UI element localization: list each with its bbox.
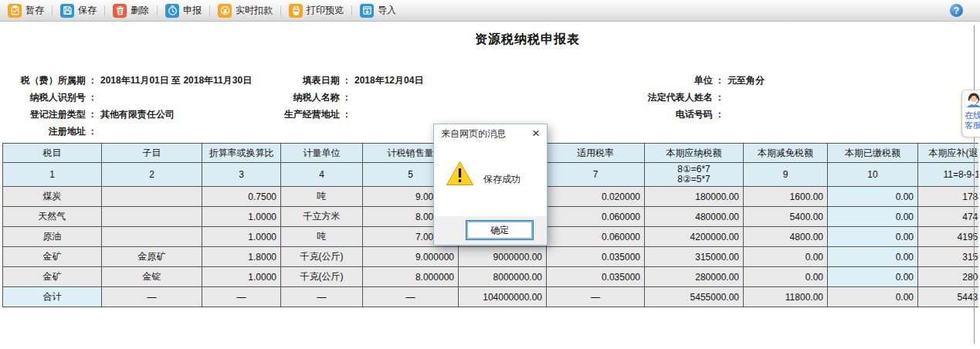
column-code: 1 [3,163,102,187]
temp-save-button[interactable]: 暂存 [6,4,46,18]
cell[interactable]: 0.00 [828,207,918,227]
cell: 315000.00 [918,247,979,267]
field-value: 元至角分 [727,74,765,87]
header-field-row: 纳税人识别号 ：纳税人名称 ：法定代表人姓名 ： [0,91,978,105]
toolbar-separator [104,5,105,16]
column-code: 8①=6*7 8②=5*7 [645,163,744,187]
column-header: 本期应补(退)税额 [918,144,979,163]
cell[interactable]: 0.00 [828,267,918,287]
cell: 0.020000 [547,187,645,207]
service-label-line1: 在线 [965,110,980,120]
cell: 9.000000 [363,247,459,267]
cell [102,227,202,247]
field-value: 其他有限责任公司 [100,108,175,121]
cell[interactable]: 0.00 [828,247,918,267]
cell: 178400.00 [918,187,979,207]
import-button[interactable]: 导入 [358,4,398,18]
cell: 280000.00 [645,267,744,287]
table-row: 金矿金锭1.0000千克(公斤)8.0000008000000.000.0350… [3,267,979,287]
declare-button[interactable]: 申报 [164,4,203,18]
field-label: 纳税人名称 ： [255,91,351,104]
column-code: 4 [281,163,363,187]
field-label: 税（费）所属期 ： [6,74,97,87]
cell: — [281,287,363,307]
toolbar-separator [280,5,281,16]
cell: 5443200.00 [918,287,979,307]
toolbar-button-label: 申报 [183,4,202,17]
cell: — [202,287,281,307]
print-button[interactable]: 打印预览 [287,4,345,18]
toolbar-buttons: 暂存保存删除申报实时扣款打印预览导入 [6,4,398,18]
column-header: 适用税率 [547,144,645,163]
cell: — [547,287,645,307]
cell: 4200000.00 [645,227,744,247]
cell: 千克(公斤) [281,247,363,267]
help-icon[interactable]: ? [950,4,963,17]
header-field-row: 税（费）所属期 ：2018年11月01日 至 2018年11月30日填表日期 ：… [0,74,978,88]
column-code: 2 [102,163,202,187]
cell: 5400.00 [744,207,828,227]
payment-button[interactable]: 实时扣款 [216,4,274,18]
cell[interactable]: 0.00 [828,187,918,207]
toolbar-button-label: 导入 [378,4,396,17]
toolbar-button-label: 删除 [131,4,149,17]
toolbar-separator [157,5,158,16]
close-icon[interactable]: × [532,124,540,144]
cell: 0.00 [828,287,918,307]
frame-border [974,25,975,344]
cell: 4800.00 [744,227,828,247]
column-header: 本期应纳税额 [645,144,744,163]
field-label: 填表日期 ： [255,74,351,87]
toolbar-separator [209,5,210,16]
temp-save-icon [8,4,22,18]
cell: 0.00 [744,267,828,287]
ok-button[interactable]: 确定 [466,220,534,240]
cell: 吨 [281,187,363,207]
cell: 千立方米 [281,207,363,227]
toolbar: 暂存保存删除申报实时扣款打印预览导入 [0,0,980,22]
field-label: 登记注册类型 ： [6,108,97,121]
cell: 0.00 [744,247,828,267]
field-value: 2018年11月01日 至 2018年11月30日 [100,74,252,87]
dialog-title: 来自网页的消息 [434,124,547,144]
delete-button[interactable]: 删除 [111,4,151,18]
column-header: 计量单位 [281,144,363,163]
declare-icon [165,4,179,18]
column-code: 10 [828,163,918,187]
cell: — [363,287,459,307]
toolbar-button-label: 保存 [78,4,97,17]
cell: 金锭 [102,267,202,287]
toolbar-button-label: 实时扣款 [236,4,273,17]
cell: 9000000.00 [459,247,547,267]
field-label: 电话号码 ： [579,108,724,121]
cell[interactable]: 0.00 [828,227,918,247]
cell: 315000.00 [645,247,744,267]
toolbar-button-label: 暂存 [25,4,44,17]
online-service-widget[interactable]: 在线 客服 [961,90,980,137]
cell: 8.000000 [363,267,459,287]
field-label: 生产经营地址 ： [255,108,351,121]
cell [102,187,202,207]
cell: 千克(公斤) [281,267,363,287]
save-button[interactable]: 保存 [59,4,98,18]
cell: 天然气 [3,207,102,227]
cell: 0.035000 [547,247,645,267]
field-value: 2018年12月04日 [354,74,423,87]
header-field-row: 登记注册类型 ：其他有限责任公司生产经营地址 ：电话号码 ： [0,108,978,122]
cell: 金矿 [3,247,102,267]
service-avatar-icon [965,97,980,110]
import-icon [360,4,374,18]
cell: — [102,287,202,307]
column-code: 7 [547,163,645,187]
cell: 金矿 [3,267,102,287]
service-label-line2: 客服 [965,120,980,130]
toolbar-separator [52,5,53,16]
cell: 1600.00 [744,187,828,207]
cell: 180000.00 [645,187,744,207]
column-code: 3 [202,163,281,187]
cell: 0.035000 [547,267,645,287]
column-header: 本期已缴税额 [828,144,918,163]
toolbar-separator [351,5,352,16]
column-header: 本期减免税额 [744,144,828,163]
cell: 104000000.00 [459,287,547,307]
